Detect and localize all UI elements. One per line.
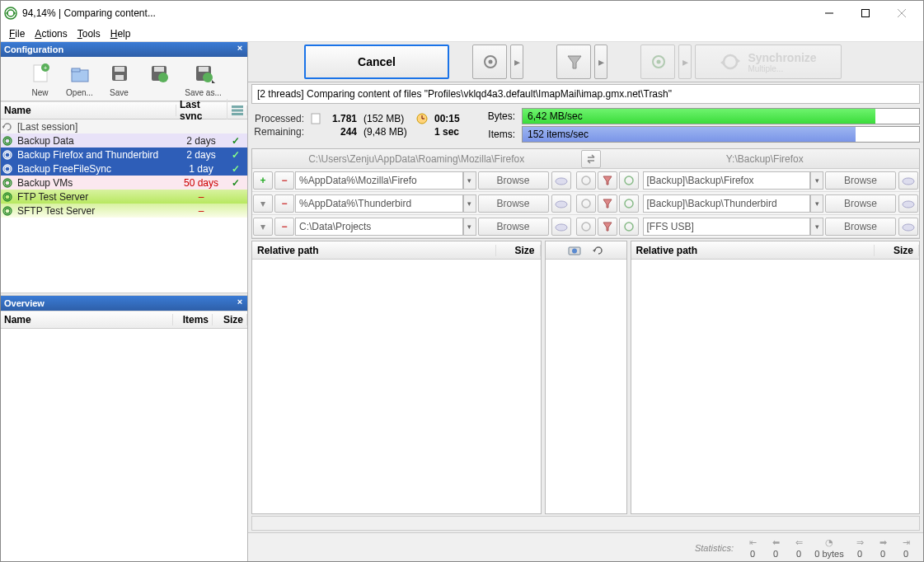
config-row[interactable]: SFTP Test Server– [1, 204, 247, 218]
remove-pair-button[interactable]: − [274, 218, 294, 236]
pair-sync-button[interactable] [619, 218, 639, 236]
swap-sides-button[interactable] [581, 150, 601, 168]
ov-col-name[interactable]: Name [1, 314, 173, 325]
right-browse-button[interactable]: Browse [825, 218, 896, 236]
middle-grid[interactable] [545, 241, 627, 514]
synchronize-button[interactable]: Synchronize Multiple... [695, 44, 842, 79]
maximize-button[interactable] [847, 2, 884, 25]
menu-help[interactable]: Help [106, 26, 136, 41]
stat-icon: ⇤ [745, 536, 760, 548]
right-folder-input[interactable]: [Backup]\Backup\Firefox [643, 171, 811, 190]
pair-compare-button[interactable] [576, 218, 596, 236]
configuration-close-icon[interactable]: × [234, 43, 246, 54]
left-folder-drop[interactable]: ▾ [463, 171, 476, 190]
right-folder-drop[interactable]: ▾ [810, 218, 823, 236]
configuration-list[interactable]: [Last session]Backup Data2 days✓Backup F… [1, 119, 247, 293]
col-lastsync[interactable]: Last sync [176, 99, 227, 122]
svg-marker-55 [603, 222, 612, 231]
config-row[interactable]: [Last session] [1, 119, 247, 133]
stat-cell: ⇐0 [788, 536, 809, 559]
refresh-icon[interactable] [593, 245, 604, 256]
left-cloud-button[interactable] [551, 194, 571, 213]
right-cloud-button[interactable] [898, 171, 918, 190]
horizontal-scrollbar[interactable] [251, 516, 920, 531]
ov-col-items[interactable]: Items [173, 314, 213, 325]
compare-settings-drop[interactable]: ▸ [510, 44, 523, 79]
compare-settings-button[interactable] [472, 44, 507, 79]
save-button[interactable]: Save [101, 60, 138, 97]
right-cloud-button[interactable] [898, 194, 918, 213]
sync-icon [2, 164, 12, 174]
pair-filter-button[interactable] [598, 218, 617, 236]
cancel-button[interactable]: Cancel [304, 44, 449, 79]
left-folder-drop[interactable]: ▾ [463, 194, 476, 213]
svg-point-43 [556, 178, 567, 185]
config-row[interactable]: Backup Data2 days✓ [1, 133, 247, 148]
overview-close-icon[interactable]: × [234, 297, 246, 308]
folder-pairs: C:\Users\Zenju\AppData\Roaming\Mozilla\F… [251, 148, 920, 239]
left-browse-button[interactable]: Browse [478, 171, 549, 190]
pair-compare-button[interactable] [576, 171, 596, 190]
config-status: ✓ [226, 149, 246, 161]
filter-drop[interactable]: ▸ [594, 44, 607, 79]
remove-pair-button[interactable]: − [274, 194, 294, 213]
remove-pair-button[interactable]: − [274, 171, 294, 190]
pair-compare-button[interactable] [576, 194, 596, 213]
left-browse-button[interactable]: Browse [478, 218, 549, 236]
right-folder-drop[interactable]: ▾ [810, 171, 823, 190]
right-browse-button[interactable]: Browse [825, 194, 896, 213]
svg-marker-25 [2, 125, 4, 129]
config-row[interactable]: Backup VMs50 days✓ [1, 176, 247, 190]
filter-button[interactable] [556, 44, 591, 79]
pair-dropdown[interactable]: ▾ [253, 194, 273, 213]
left-folder-input[interactable]: %AppData%\Thunderbird [295, 194, 463, 213]
right-folder-drop[interactable]: ▾ [810, 194, 823, 213]
config-lastsync: 2 days [180, 149, 223, 161]
svg-marker-37 [737, 59, 740, 63]
left-browse-button[interactable]: Browse [478, 194, 549, 213]
left-folder-input[interactable]: %AppData%\Mozilla\Firefo [295, 171, 463, 190]
right-folder-input[interactable]: [Backup]\Backup\Thunderbird [643, 194, 811, 213]
overview-grid-header: Name Items Size [1, 311, 247, 329]
camera-icon[interactable] [568, 246, 581, 255]
pair-sync-button[interactable] [619, 194, 639, 213]
sync-icon [2, 150, 12, 160]
minimize-button[interactable] [811, 2, 847, 25]
left-grid[interactable]: Relative pathSize [251, 241, 542, 514]
config-row[interactable]: Backup Firefox and Thunderbird2 days✓ [1, 148, 247, 162]
left-cloud-button[interactable] [551, 171, 571, 190]
right-cloud-button[interactable] [898, 218, 918, 236]
menu-tools[interactable]: Tools [73, 26, 106, 41]
pair-filter-button[interactable] [598, 194, 617, 213]
left-folder-input[interactable]: C:\Data\Projects [295, 218, 463, 236]
add-pair-button[interactable]: + [253, 171, 273, 190]
menu-actions[interactable]: Actions [30, 26, 72, 41]
config-row[interactable]: FTP Test Server– [1, 190, 247, 204]
col-view-icon[interactable] [227, 105, 247, 115]
right-browse-button[interactable]: Browse [825, 171, 896, 190]
svg-text:+: + [43, 64, 47, 72]
svg-marker-45 [603, 176, 612, 185]
saveas-button[interactable]: Save as... [181, 60, 227, 97]
menu-file[interactable]: File [4, 26, 30, 41]
config-row[interactable]: Backup FreeFileSync1 day✓ [1, 162, 247, 176]
menubar: File Actions Tools Help [1, 26, 923, 42]
ov-col-size[interactable]: Size [213, 314, 247, 325]
left-folder-drop[interactable]: ▾ [463, 218, 476, 236]
svg-point-53 [556, 224, 567, 231]
left-cloud-button[interactable] [551, 218, 571, 236]
new-button[interactable]: + New [22, 60, 59, 97]
open-button[interactable]: Open... [62, 60, 98, 97]
right-folder-input[interactable]: [FFS USB] [643, 218, 811, 236]
pair-sync-button[interactable] [619, 171, 639, 190]
pair-filter-button[interactable] [598, 171, 617, 190]
folder-pair-row: +−%AppData%\Mozilla\Firefo▾Browse[Backup… [252, 169, 919, 192]
svg-rect-22 [232, 105, 243, 108]
sync-settings-drop[interactable]: ▸ [678, 44, 692, 79]
pair-dropdown[interactable]: ▾ [253, 218, 273, 236]
sync-settings-button[interactable] [640, 44, 675, 79]
close-button[interactable] [884, 2, 920, 25]
save-sync-button[interactable] [141, 60, 177, 97]
right-grid[interactable]: Relative pathSize [631, 241, 921, 514]
col-name[interactable]: Name [1, 105, 176, 116]
